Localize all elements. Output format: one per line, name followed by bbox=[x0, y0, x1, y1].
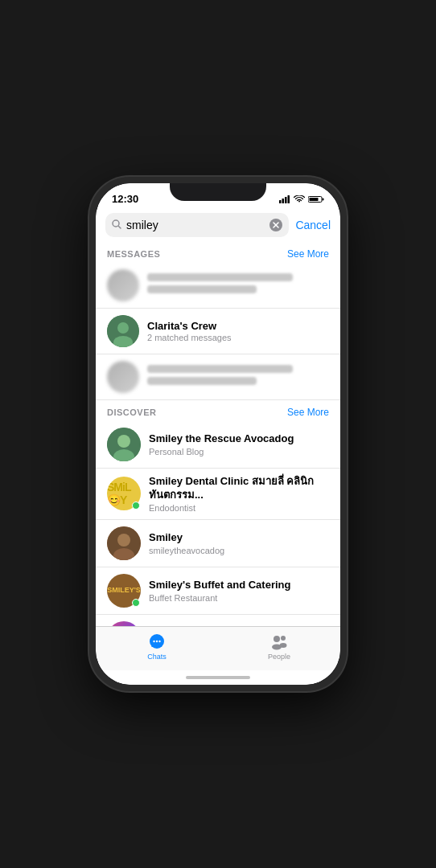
discover-name: Smiley bbox=[149, 531, 329, 545]
list-item[interactable]: Smiley smileytheavocadog bbox=[96, 520, 340, 567]
list-item[interactable]: SMiL😊Y Smiley Dental Clinic สมายลี่ คลิน… bbox=[96, 469, 340, 520]
messages-section-title: MESSAGES bbox=[107, 249, 160, 259]
message-preview bbox=[147, 365, 329, 389]
tab-people[interactable]: People bbox=[218, 632, 340, 661]
search-query-text: smiley bbox=[126, 219, 265, 231]
notch bbox=[170, 183, 266, 201]
svg-rect-2 bbox=[285, 197, 287, 203]
message-preview bbox=[147, 273, 329, 297]
signal-icon bbox=[279, 195, 290, 203]
list-item[interactable]: Smiley the Rescue Avocadog Personal Blog bbox=[96, 421, 340, 469]
phone-frame: 12:30 bbox=[89, 177, 347, 691]
messages-see-more[interactable]: See More bbox=[287, 248, 329, 260]
home-bar bbox=[186, 676, 250, 679]
discover-section-header: DISCOVER See More bbox=[96, 400, 340, 421]
discover-see-more[interactable]: See More bbox=[287, 407, 329, 418]
avatar: SMILEY'S bbox=[107, 574, 141, 608]
list-item[interactable]: 🐩 Smileys Color Product/Service bbox=[96, 615, 340, 626]
discover-name: Smiley's Buffet and Catering bbox=[149, 579, 329, 592]
svg-point-12 bbox=[117, 322, 129, 334]
svg-point-18 bbox=[117, 534, 130, 547]
online-indicator bbox=[132, 599, 140, 607]
list-item[interactable]: SMILEY'S Smiley's Buffet and Catering Bu… bbox=[96, 567, 340, 615]
tab-chats[interactable]: Chats bbox=[96, 632, 218, 661]
list-item[interactable] bbox=[96, 354, 340, 400]
search-bar-container: smiley Cancel bbox=[96, 208, 340, 242]
cancel-button[interactable]: Cancel bbox=[295, 219, 331, 231]
avatar: SMiL😊Y bbox=[107, 477, 141, 510]
svg-rect-6 bbox=[310, 198, 319, 201]
wifi-icon bbox=[294, 195, 305, 203]
list-item[interactable] bbox=[96, 263, 340, 309]
phone-screen: 12:30 bbox=[96, 183, 340, 685]
svg-point-7 bbox=[113, 220, 119, 227]
people-tab-label: People bbox=[268, 653, 290, 661]
discover-info: Smiley the Rescue Avocadog Personal Blog bbox=[149, 432, 329, 457]
tab-bar: Chats People bbox=[96, 626, 340, 670]
svg-line-8 bbox=[119, 227, 121, 229]
search-input-wrapper[interactable]: smiley bbox=[105, 213, 289, 237]
svg-point-32 bbox=[158, 641, 160, 642]
chats-tab-label: Chats bbox=[147, 653, 167, 661]
message-preview-claritas: Clarita's Crew 2 matched messages bbox=[147, 320, 329, 342]
chats-icon bbox=[147, 632, 167, 651]
svg-rect-5 bbox=[323, 198, 324, 200]
discover-info: Smiley smileytheavocadog bbox=[149, 531, 329, 555]
home-indicator bbox=[96, 670, 340, 685]
svg-point-36 bbox=[280, 643, 287, 648]
svg-rect-0 bbox=[279, 200, 282, 203]
svg-point-31 bbox=[156, 641, 158, 642]
discover-sub: smileytheavocadog bbox=[149, 546, 329, 555]
avatar bbox=[107, 428, 141, 461]
status-bar: 12:30 bbox=[96, 183, 340, 208]
svg-rect-3 bbox=[288, 195, 290, 203]
blurred-sub bbox=[147, 285, 257, 293]
discover-sub: Personal Blog bbox=[149, 447, 329, 457]
people-icon bbox=[269, 632, 289, 651]
clear-search-button[interactable] bbox=[269, 219, 282, 231]
svg-point-30 bbox=[153, 641, 154, 642]
avatar bbox=[107, 361, 139, 393]
discover-name: Smiley Dental Clinic สมายลี่ คลินิกทันตก… bbox=[149, 475, 329, 502]
blurred-name bbox=[147, 273, 293, 281]
avatar bbox=[107, 526, 141, 560]
status-time: 12:30 bbox=[112, 193, 138, 205]
discover-section-title: DISCOVER bbox=[107, 407, 156, 417]
discover-info: Smiley Dental Clinic สมายลี่ คลินิกทันตก… bbox=[149, 475, 329, 513]
message-name: Clarita's Crew bbox=[147, 320, 329, 332]
battery-icon bbox=[308, 195, 324, 203]
discover-info: Smiley's Buffet and Catering Buffet Rest… bbox=[149, 579, 329, 603]
status-icons bbox=[279, 195, 324, 203]
svg-point-33 bbox=[274, 636, 280, 642]
message-sub: 2 matched messages bbox=[147, 333, 329, 342]
discover-name: Smiley the Rescue Avocadog bbox=[149, 432, 329, 446]
list-item[interactable]: Clarita's Crew 2 matched messages bbox=[96, 309, 340, 354]
search-icon bbox=[112, 218, 121, 232]
messages-section-header: MESSAGES See More bbox=[96, 242, 340, 263]
svg-point-15 bbox=[117, 435, 130, 448]
search-results: MESSAGES See More bbox=[96, 242, 340, 626]
discover-sub: Buffet Restaurant bbox=[149, 593, 329, 603]
avatar: 🐩 bbox=[107, 621, 141, 626]
discover-sub: Endodontist bbox=[149, 503, 329, 513]
blurred-sub bbox=[147, 377, 257, 385]
blurred-name bbox=[147, 365, 293, 373]
svg-rect-1 bbox=[282, 199, 285, 203]
avatar bbox=[107, 315, 139, 347]
svg-point-35 bbox=[281, 636, 286, 641]
avatar bbox=[107, 269, 139, 301]
online-indicator bbox=[132, 502, 140, 510]
